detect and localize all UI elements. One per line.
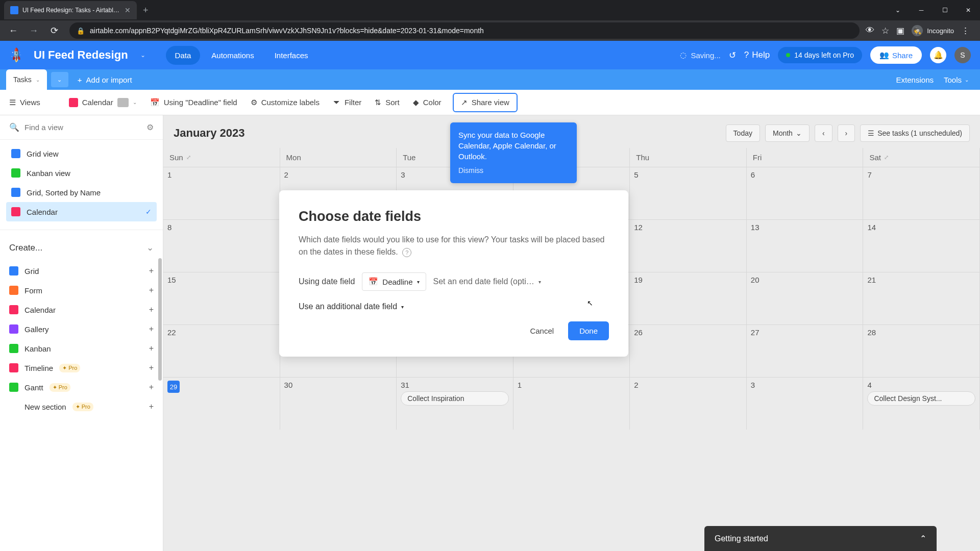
forward-button[interactable]: → — [24, 21, 43, 40]
plus-icon: + — [78, 76, 82, 84]
extensions-link[interactable]: Extensions — [896, 76, 934, 84]
search-input[interactable] — [24, 123, 141, 132]
kanban-icon — [9, 344, 18, 353]
browser-tab[interactable]: UI Feed Redesign: Tasks - Airtabl… ✕ — [4, 1, 137, 19]
gear-icon[interactable]: ⚙ — [146, 122, 154, 132]
create-form[interactable]: Form+ — [0, 281, 163, 300]
address-bar: ← → ⟳ 🔒 airtable.com/appnB2PYqtdgiMrZG/t… — [0, 20, 980, 41]
notifications-button[interactable]: 🔔 — [930, 47, 946, 63]
create-kanban[interactable]: Kanban+ — [0, 339, 163, 358]
eye-off-icon[interactable]: 👁 — [866, 26, 874, 36]
grid-icon — [11, 188, 20, 197]
star-icon[interactable]: ☆ — [881, 26, 889, 36]
close-window-button[interactable]: ✕ — [957, 0, 980, 20]
sidebar-view-grid-sorted-by-name[interactable]: Grid, Sorted by Name — [6, 183, 157, 202]
maximize-button[interactable]: ☐ — [933, 0, 957, 20]
date-field-selector[interactable]: 📅 Deadline ▾ — [362, 272, 426, 291]
gallery-icon — [9, 324, 18, 334]
grid-icon — [9, 266, 18, 276]
sidebar-view-kanban-view[interactable]: Kanban view — [6, 163, 157, 183]
share-button[interactable]: 👥 Share — [870, 46, 922, 64]
create-gallery[interactable]: Gallery+ — [0, 319, 163, 339]
sidebar-create-header[interactable]: Create... ⌄ — [0, 234, 163, 261]
sidebar-view-grid-view[interactable]: Grid view — [6, 144, 157, 163]
external-link-icon: ↗ — [461, 98, 468, 107]
table-tab-tasks[interactable]: Tasks ⌄ — [6, 69, 47, 90]
additional-date-field-button[interactable]: Use an additional date field ▾ — [299, 302, 609, 311]
paint-icon: ◆ — [413, 98, 419, 107]
back-button[interactable]: ← — [4, 21, 22, 40]
views-button[interactable]: ☰ Views — [7, 95, 42, 110]
table-list-button[interactable]: ⌄ — [51, 72, 68, 87]
sidebar-new-section[interactable]: New section ✦ Pro + — [0, 397, 163, 416]
gantt-icon — [9, 383, 18, 392]
share-view-button[interactable]: ↗ Share view — [453, 93, 518, 112]
end-date-field-selector[interactable]: Set an end date field (opti… ▾ — [433, 277, 541, 286]
plus-icon[interactable]: + — [149, 286, 154, 295]
question-icon: ? — [744, 50, 749, 60]
plus-icon[interactable]: + — [149, 363, 154, 372]
cancel-button[interactable]: Cancel — [521, 321, 563, 340]
caret-down-icon: ▾ — [417, 279, 420, 285]
avatar[interactable]: S — [954, 47, 971, 63]
chevron-down-icon[interactable]: ⌄ — [140, 52, 145, 59]
cal-icon — [11, 207, 20, 216]
plus-icon[interactable]: + — [149, 383, 154, 392]
menu-icon[interactable]: ⋮ — [961, 26, 970, 36]
scrollbar[interactable] — [158, 258, 162, 381]
incognito-badge: 🕵 Incognito — [912, 25, 954, 36]
people-icon — [117, 98, 129, 107]
history-icon[interactable]: ↺ — [729, 50, 736, 61]
plus-icon[interactable]: + — [149, 344, 154, 353]
chevron-down-icon[interactable]: ⌄ — [36, 77, 40, 83]
status-dot-icon — [786, 53, 790, 57]
chevron-up-icon[interactable]: ⌃ — [920, 534, 926, 543]
customize-labels-button[interactable]: ⚙ Customize labels — [249, 95, 322, 110]
window-controls: ⌄ ─ ☐ ✕ — [886, 0, 980, 20]
rocket-icon[interactable]: 🚀 — [6, 45, 27, 65]
panel-icon[interactable]: ▣ — [896, 26, 904, 36]
share-view-tooltip: Sync your data to Google Calendar, Apple… — [450, 122, 577, 183]
done-button[interactable]: Done — [568, 321, 609, 340]
nav-tab-data[interactable]: Data — [166, 46, 201, 65]
sidebar-view-calendar[interactable]: Calendar✓ — [6, 202, 157, 221]
view-name-selector[interactable]: Calendar ⌄ — [67, 95, 139, 110]
caret-down-icon[interactable]: ⌄ — [886, 0, 910, 20]
minimize-button[interactable]: ─ — [910, 0, 933, 20]
create-grid[interactable]: Grid+ — [0, 261, 163, 281]
choose-date-fields-modal: Choose date fields Which date fields wou… — [279, 190, 628, 357]
url-field[interactable]: 🔒 airtable.com/appnB2PYqtdgiMrZG/tbliXpR… — [69, 22, 860, 39]
nav-tab-interfaces[interactable]: Interfaces — [265, 46, 317, 65]
using-field-button[interactable]: 📅 Using "Deadline" field — [148, 95, 239, 110]
reload-button[interactable]: ⟳ — [45, 21, 63, 40]
calendar-icon — [69, 98, 78, 107]
create-gantt[interactable]: Gantt✦ Pro+ — [0, 378, 163, 397]
table-tab-bar: Tasks ⌄ ⌄ + Add or import Extensions Too… — [0, 69, 980, 90]
dismiss-button[interactable]: Dismiss — [458, 166, 569, 176]
tools-link[interactable]: Tools ⌄ — [944, 76, 969, 84]
trial-badge[interactable]: 14 days left on Pro — [778, 47, 862, 63]
check-icon: ✓ — [145, 208, 152, 216]
getting-started-panel[interactable]: Getting started ⌃ — [704, 526, 937, 551]
sort-button[interactable]: ⇅ Sort — [373, 95, 402, 110]
plus-icon[interactable]: + — [149, 324, 154, 334]
color-button[interactable]: ◆ Color — [411, 95, 444, 110]
plus-icon[interactable]: + — [149, 305, 154, 314]
sidebar-search[interactable]: 🔍 ⚙ — [0, 115, 163, 140]
browser-tab-strip: UI Feed Redesign: Tasks - Airtabl… ✕ + ⌄… — [0, 0, 980, 20]
plus-icon[interactable]: + — [149, 266, 154, 276]
create-calendar[interactable]: Calendar+ — [0, 300, 163, 319]
url-text: airtable.com/appnB2PYqtdgiMrZG/tbliXpR4Z… — [90, 27, 852, 35]
using-date-label: Using date field — [299, 277, 355, 286]
close-icon[interactable]: ✕ — [125, 6, 131, 14]
help-icon[interactable]: ? — [402, 248, 411, 257]
new-tab-button[interactable]: + — [143, 5, 149, 16]
filter-button[interactable]: ⏷ Filter — [331, 95, 363, 110]
nav-tab-automations[interactable]: Automations — [202, 46, 263, 65]
plus-icon[interactable]: + — [149, 402, 154, 411]
help-button[interactable]: ? Help — [744, 50, 770, 60]
create-timeline[interactable]: Timeline✦ Pro+ — [0, 358, 163, 378]
base-title[interactable]: UI Feed Redesign — [34, 48, 128, 62]
app-header: 🚀 UI Feed Redesign ⌄ Data Automations In… — [0, 41, 980, 69]
add-import-button[interactable]: + Add or import — [78, 76, 132, 84]
